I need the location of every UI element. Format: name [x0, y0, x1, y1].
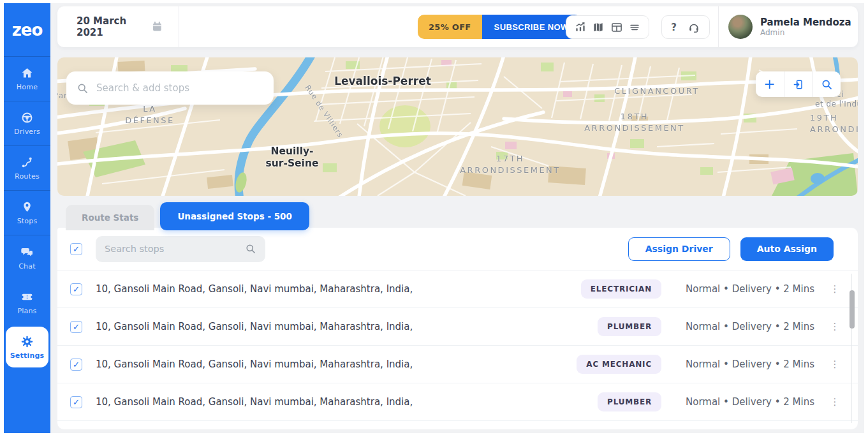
- stops-search-input[interactable]: [105, 244, 239, 254]
- gear-icon: [20, 335, 34, 348]
- sidebar-item-chat[interactable]: Chat: [4, 235, 50, 280]
- header-divider: [718, 6, 719, 47]
- home-icon: [20, 66, 34, 80]
- sidebar-item-label: Home: [17, 83, 38, 91]
- sidebar-item-drivers[interactable]: Drivers: [4, 101, 50, 146]
- stop-address: 10, Gansoli Main Road, Gansoli, Navi mum…: [96, 396, 550, 408]
- row-checkbox[interactable]: [70, 321, 82, 333]
- chat-icon: [20, 246, 34, 259]
- unassigned-stops-panel: Assign Driver Auto Assign 10, Gansoli Ma…: [57, 228, 858, 429]
- tab-route-stats[interactable]: Route Stats: [66, 205, 154, 230]
- import-stops-button[interactable]: [784, 71, 813, 97]
- map-search-button[interactable]: [812, 71, 841, 97]
- help-icon[interactable]: ?: [671, 22, 677, 33]
- steering-wheel-icon: [20, 111, 34, 124]
- headset-icon[interactable]: [688, 21, 700, 34]
- sidebar: zeo Home Drivers Routes Stops Chat Plans…: [4, 3, 50, 433]
- tab-unassigned-stops[interactable]: Unassigned Stops - 500: [160, 202, 309, 230]
- row-menu-icon[interactable]: ⋮: [827, 283, 842, 295]
- user-name: Pamela Mendoza: [760, 17, 851, 29]
- stop-address: 10, Gansoli Main Road, Gansoli, Navi mum…: [96, 359, 550, 370]
- map-label-18th: 18THARRONDISSEMENT: [571, 111, 698, 134]
- stop-row: 10, Gansoli Main Road, Gansoli, Navi mum…: [57, 308, 858, 346]
- search-icon: [77, 82, 89, 94]
- app-frame: zeo Home Drivers Routes Stops Chat Plans…: [4, 3, 864, 433]
- search-icon: [245, 243, 256, 255]
- select-all-checkbox[interactable]: [70, 243, 82, 255]
- row-menu-icon[interactable]: ⋮: [827, 396, 842, 408]
- auto-assign-button[interactable]: Auto Assign: [740, 237, 834, 261]
- discount-badge: 25% OFF: [418, 15, 482, 39]
- sidebar-item-label: Stops: [17, 217, 38, 225]
- stop-category-badge: AC MECHANIC: [577, 355, 661, 374]
- view-switcher-group: [566, 15, 649, 39]
- import-icon: [792, 78, 804, 91]
- map-canvas[interactable]: Pari Levallois-Perret CLIGNANCOURT LADÉF…: [57, 57, 858, 196]
- main-content: 20 March 2021 25% OFF SUBSCRIBE NOW ?: [57, 3, 858, 433]
- assign-driver-button[interactable]: Assign Driver: [628, 237, 730, 261]
- avatar: [728, 15, 753, 39]
- stops-tabs: Route Stats Unassigned Stops - 500: [66, 202, 309, 230]
- sidebar-item-label: Plans: [17, 307, 36, 315]
- zeo-logo[interactable]: zeo: [4, 3, 50, 57]
- route-icon: [20, 156, 34, 169]
- stop-address: 10, Gansoli Main Road, Gansoli, Navi mum…: [96, 283, 550, 295]
- stop-meta: Normal • Delivery • 2 Mins: [686, 283, 820, 295]
- map-label-neuilly: Neuilly-sur-Seine: [250, 145, 334, 170]
- stop-row: 10, Gansoli Main Road, Gansoli, Navi mum…: [57, 346, 858, 383]
- map-label-17th: 17THARRONDISSEMENT: [446, 153, 574, 176]
- sidebar-item-settings[interactable]: Settings: [6, 327, 48, 367]
- scrollbar-thumb[interactable]: [850, 290, 855, 329]
- map-label-clignancourt: CLIGNANCOURT: [593, 85, 721, 97]
- map-search-box: [66, 71, 274, 105]
- user-role: Admin: [760, 28, 851, 37]
- current-date: 20 March 2021: [77, 15, 151, 38]
- date-picker[interactable]: 20 March 2021: [66, 6, 168, 47]
- map-pin-icon: [20, 200, 34, 214]
- list-view-icon[interactable]: [628, 21, 641, 34]
- stop-address: 10, Gansoli Main Road, Gansoli, Navi mum…: [96, 321, 550, 332]
- row-menu-icon[interactable]: ⋮: [827, 321, 842, 332]
- map-view-icon[interactable]: [592, 21, 605, 34]
- topbar: 20 March 2021 25% OFF SUBSCRIBE NOW ?: [57, 6, 858, 47]
- sidebar-item-home[interactable]: Home: [4, 57, 50, 101]
- header-divider: [179, 6, 179, 47]
- map-controls: +: [756, 71, 841, 97]
- support-group: ?: [661, 15, 710, 39]
- subscription-promo: 25% OFF SUBSCRIBE NOW: [418, 15, 581, 39]
- sidebar-item-label: Drivers: [14, 128, 40, 136]
- search-icon: [821, 78, 833, 91]
- stop-category-badge: PLUMBER: [598, 317, 661, 336]
- sidebar-item-routes[interactable]: Routes: [4, 146, 50, 191]
- sidebar-item-plans[interactable]: Plans: [4, 280, 50, 325]
- analytics-icon[interactable]: [574, 21, 587, 34]
- stop-category-badge: PLUMBER: [598, 392, 661, 411]
- map-search-input[interactable]: [96, 82, 263, 94]
- map-label-19th: 19THARRONDISSEM: [810, 112, 858, 135]
- row-menu-icon[interactable]: ⋮: [827, 359, 842, 370]
- sidebar-item-label: Settings: [10, 352, 45, 360]
- ticket-icon: [20, 290, 34, 304]
- add-stop-button[interactable]: +: [756, 71, 784, 97]
- sidebar-item-stops[interactable]: Stops: [4, 191, 50, 235]
- user-menu[interactable]: Pamela Mendoza Admin: [728, 6, 851, 47]
- map-label-la-defense: LADÉFENSE: [112, 103, 188, 126]
- row-checkbox[interactable]: [70, 396, 82, 408]
- map-label-levallois: Levallois-Perret: [319, 74, 446, 89]
- stops-search-box: [96, 236, 265, 262]
- stops-toolbar: Assign Driver Auto Assign: [57, 228, 858, 270]
- calendar-icon[interactable]: [151, 20, 163, 33]
- stop-meta: Normal • Delivery • 2 Mins: [686, 396, 820, 408]
- row-checkbox[interactable]: [70, 359, 82, 371]
- stop-meta: Normal • Delivery • 2 Mins: [686, 321, 820, 332]
- sidebar-item-label: Routes: [15, 172, 40, 181]
- sidebar-item-label: Chat: [18, 262, 36, 270]
- stop-category-badge: ELECTRICIAN: [581, 279, 661, 299]
- table-view-icon[interactable]: [610, 21, 623, 34]
- stop-row: 10, Gansoli Main Road, Gansoli, Navi mum…: [57, 383, 858, 421]
- map-label-industrie: et de l'Indu: [815, 99, 858, 110]
- stop-row: 10, Gansoli Main Road, Gansoli, Navi mum…: [57, 270, 858, 308]
- row-checkbox[interactable]: [70, 283, 82, 295]
- stop-meta: Normal • Delivery • 2 Mins: [686, 359, 820, 370]
